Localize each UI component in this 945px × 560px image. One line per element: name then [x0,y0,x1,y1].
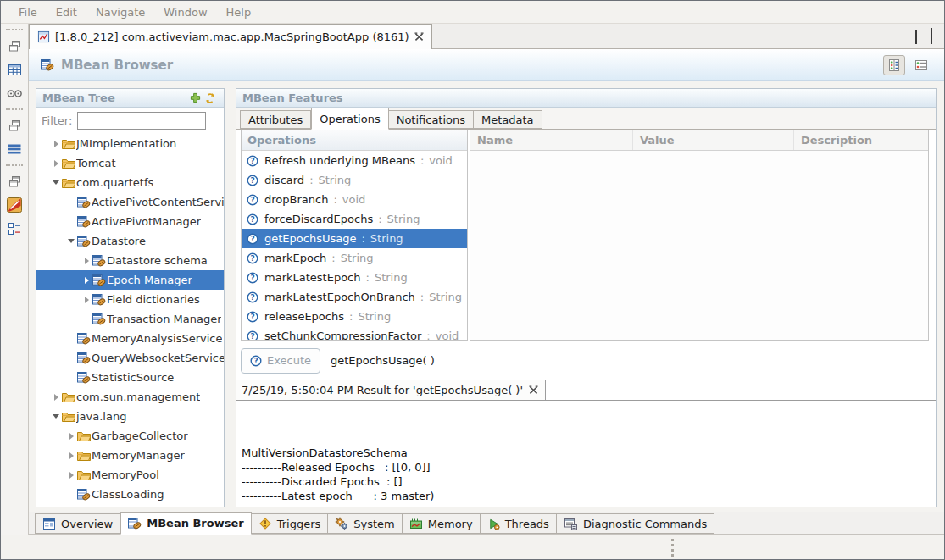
result-output: MultiVersionDatastoreSchema----------Rel… [236,401,936,507]
toolbar-button-list-lines[interactable] [3,138,25,160]
maximize-button[interactable] [931,30,932,43]
expander-icon[interactable] [65,452,77,459]
diagnostic-commands-icon [564,518,578,530]
operation-item-marklatestepochonbranch[interactable]: ?markLatestEpochOnBranch : String [242,287,467,307]
toolbar-separator [6,164,23,166]
tree-item-datastore[interactable]: Datastore [36,231,224,251]
bottom-tab-memory[interactable]: Memory [403,513,481,534]
operation-item-markepoch[interactable]: ?markEpoch : String [242,248,467,268]
execute-button[interactable]: ? Execute [241,348,320,374]
triggers-icon [258,517,272,530]
toolbar-button-visualvm-logo[interactable] [3,194,25,216]
filter-input[interactable] [77,112,206,130]
menu-item-navigate[interactable]: Navigate [86,3,154,22]
expander-icon[interactable] [65,472,77,479]
expander-icon[interactable] [65,433,77,440]
split-view-button[interactable] [883,55,905,75]
tree-item-activepivotcontentservi[interactable]: ActivePivotContentServi [36,192,224,212]
operation-item-dropbranch[interactable]: ?dropBranch : void [242,190,467,209]
application-tab[interactable]: [1.8.0_212] com.activeviam.mac.app.MacSp… [29,24,432,49]
menu-item-window[interactable]: Window [154,3,216,22]
operation-name: discard [264,174,304,186]
question-icon: ? [247,155,259,167]
toolbar-button-structure-view[interactable] [3,218,25,240]
bottom-tab-threads[interactable]: Threads [481,513,557,534]
tree-item-epoch-manager[interactable]: Epoch Manager [36,270,224,290]
result-tab[interactable]: 7/25/19, 5:50:04 PM Result for 'getEpoch… [236,380,546,400]
tab-operations[interactable]: Operations [311,108,388,130]
operation-item-discard[interactable]: ?discard : String [242,170,467,190]
drag-handle-icon[interactable] [671,539,674,557]
tree-item-garbagecollector[interactable]: GarbageCollector [36,426,224,446]
add-connection-button[interactable] [187,91,203,106]
tree-item-memorypool[interactable]: MemoryPool [36,465,224,485]
expander-icon[interactable] [50,160,62,167]
bottom-tab-triggers[interactable]: Triggers [252,513,329,534]
operation-item-forcediscardepochs[interactable]: ?forceDiscardEpochs : String [242,209,467,229]
expander-icon[interactable] [50,180,62,185]
menu-item-help[interactable]: Help [217,3,261,22]
operation-signature: getEpochsUsage( ) [331,354,435,367]
operation-item-setchunkcompressionfactor[interactable]: ?setChunkCompressionFactor : void [242,326,467,340]
tree-item-statisticsource[interactable]: StatisticSource [36,368,224,387]
bottom-tab-system[interactable]: System [328,513,402,534]
operation-name: releaseEpochs [264,310,344,323]
svg-text:?: ? [250,157,254,165]
toolbar-button-snapshots[interactable] [3,82,25,104]
expander-icon[interactable] [50,414,62,419]
operation-return-type: void [436,330,459,340]
close-icon[interactable] [414,32,424,42]
operation-name: setChunkCompressionFactor [264,330,421,340]
tree-item-transaction-manager[interactable]: Transaction Manager [36,309,224,329]
toolbar-button-cascade-windows[interactable] [3,114,25,136]
minimize-button[interactable] [915,30,917,43]
folder-icon [77,450,92,462]
expander-icon[interactable] [81,258,92,264]
list-view-button[interactable] [910,55,932,75]
operation-item-releaseepochs[interactable]: ?releaseEpochs : String [242,307,467,326]
tree-item-classloading[interactable]: ClassLoading [36,485,224,504]
tree-item-jmimplementation[interactable]: JMImplementation [36,134,224,153]
close-icon[interactable] [529,385,538,395]
toolbar-button-data-table[interactable] [3,58,25,80]
operation-return-type: String [429,291,462,303]
expander-icon[interactable] [65,239,77,243]
tree-item-memoryanalysisservice[interactable]: MemoryAnalysisService [36,329,224,348]
operation-item-refresh-underlying-mbeans[interactable]: ?Refresh underlying MBeans : void [242,151,467,170]
column-header-description[interactable]: Description [794,130,928,150]
tab-attributes[interactable]: Attributes [240,110,311,129]
tab-metadata[interactable]: Metadata [474,110,542,129]
toolbar-button-cascade-windows[interactable] [3,170,25,192]
tree-item-com-sun-management[interactable]: com.sun.management [36,387,224,407]
tree-item-com-quartetfs[interactable]: com.quartetfs [36,173,224,192]
menu-item-edit[interactable]: Edit [47,3,86,22]
bottom-tab-overview[interactable]: Overview [35,513,120,534]
refresh-button[interactable] [203,91,218,106]
tree-item-querywebsocketservice[interactable]: QueryWebsocketService [36,348,224,368]
operation-item-getepochsusage[interactable]: ?getEpochsUsage : String [242,229,467,248]
menu-item-file[interactable]: File [9,3,47,22]
tree-item-field-dictionaries[interactable]: Field dictionaries [36,290,224,309]
operation-return-type: String [387,213,420,225]
mbean-tree: JMImplementationTomcatcom.quartetfsActiv… [36,134,224,507]
tree-item-activepivotmanager[interactable]: ActivePivotManager [36,212,224,231]
tree-item-memorymanager[interactable]: MemoryManager [36,446,224,465]
tree-item-java-lang[interactable]: java.lang [36,407,224,426]
tree-item-tomcat[interactable]: Tomcat [36,153,224,173]
expander-icon[interactable] [81,277,92,284]
cascade-windows-icon [8,175,22,188]
bottom-tab-diagnostic-commands[interactable]: Diagnostic Commands [557,513,714,534]
expander-icon[interactable] [50,141,62,147]
result-line: ----------Latest epoch : 3 master) [242,489,936,503]
operation-item-marklatestepoch[interactable]: ?markLatestEpoch : String [242,268,467,287]
tree-item-datastore-schema[interactable]: Datastore schema [36,251,224,270]
expander-icon[interactable] [50,394,62,401]
tab-notifications[interactable]: Notifications [389,110,474,129]
expander-icon[interactable] [81,297,92,303]
memory-icon [409,518,423,530]
folder-icon [77,430,92,442]
toolbar-button-cascade-windows[interactable] [3,35,25,57]
bottom-tab-mbean-browser[interactable]: MBean Browser [120,512,251,535]
column-header-value[interactable]: Value [633,130,794,150]
column-header-name[interactable]: Name [470,130,633,150]
